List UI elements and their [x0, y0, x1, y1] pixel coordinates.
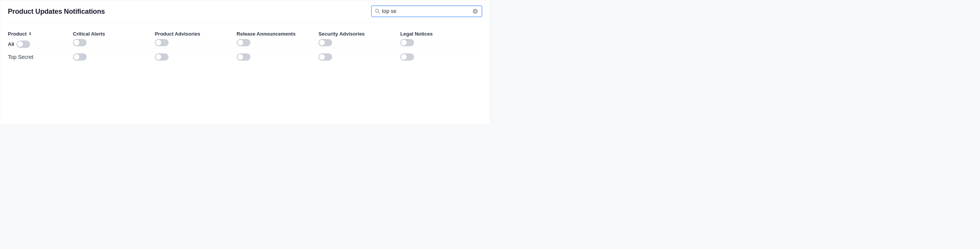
toggle-top-secret-legal-notices[interactable]: [400, 53, 414, 60]
table-container: Product ⬍ All Critical Alerts: [8, 31, 483, 66]
toggle-top-secret-release-announcements[interactable]: [236, 53, 250, 60]
col-label-critical-alerts: Critical Alerts: [73, 31, 155, 37]
search-input[interactable]: [382, 8, 470, 15]
toggle-all-critical-alerts[interactable]: [73, 39, 87, 46]
col-label-security-advisories: Security Advisories: [318, 31, 400, 37]
toggle-top-secret-security-advisories[interactable]: [318, 53, 332, 60]
search-box: [371, 6, 482, 17]
col-label-release-announcements: Release Announcements: [236, 31, 318, 37]
toggle-all-product-advisories[interactable]: [155, 39, 168, 46]
svg-line-1: [378, 12, 380, 13]
page-container: Product Updates Notifications: [0, 0, 490, 125]
col-label-legal-notices: Legal Notices: [400, 31, 482, 37]
col-header-security-advisories: Security Advisories: [318, 31, 400, 46]
sort-icon[interactable]: ⬍: [28, 31, 32, 36]
search-clear-button[interactable]: [472, 8, 479, 15]
cell-security-advisories: [318, 53, 400, 60]
col-label-product: Product: [8, 31, 27, 37]
page-title: Product Updates Notifications: [8, 7, 105, 15]
cell-critical-alerts: [73, 53, 155, 60]
cell-product-name: Top Secret: [8, 54, 73, 60]
table-row: Top Secret: [8, 48, 483, 66]
toggle-all-security-advisories[interactable]: [318, 39, 332, 46]
cell-legal-notices: [400, 53, 482, 60]
table-header: Product ⬍ All Critical Alerts: [8, 31, 483, 48]
toggle-all-release-announcements[interactable]: [236, 39, 250, 46]
cell-release-announcements: [236, 53, 318, 60]
col-header-product-advisories: Product Advisories: [155, 31, 236, 46]
col-label-product-advisories: Product Advisories: [155, 31, 236, 37]
cell-product-advisories: [155, 53, 236, 60]
toggle-all-product[interactable]: [16, 41, 30, 48]
product-name: Top Secret: [8, 54, 34, 60]
toggle-top-secret-critical-alerts[interactable]: [73, 53, 87, 60]
toggle-top-secret-product-advisories[interactable]: [155, 53, 168, 60]
search-icon: [375, 8, 380, 15]
header-row: Product Updates Notifications: [8, 6, 483, 23]
col-header-release-announcements: Release Announcements: [236, 31, 318, 46]
col-header-critical-alerts: Critical Alerts: [73, 31, 155, 46]
toggle-all-legal-notices[interactable]: [400, 39, 414, 46]
all-label: All: [8, 41, 15, 47]
col-header-legal-notices: Legal Notices: [400, 31, 482, 46]
col-header-product: Product ⬍ All: [8, 31, 73, 48]
